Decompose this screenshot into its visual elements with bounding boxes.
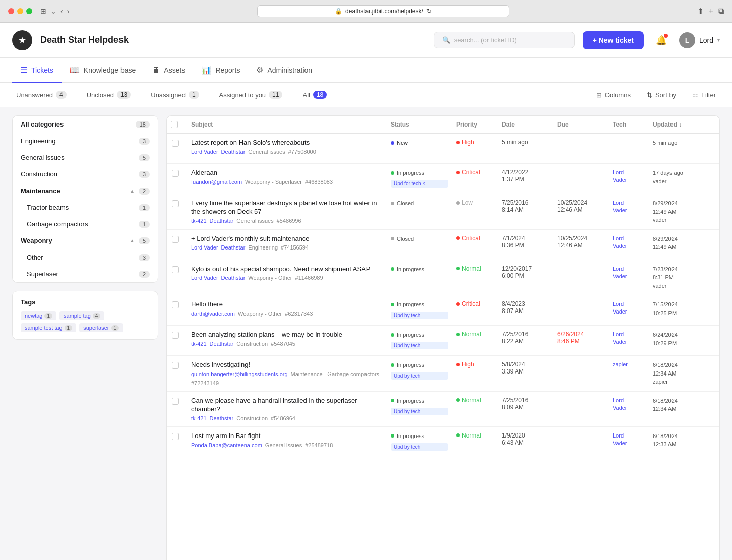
table-row[interactable]: Hello there darth@vader.com Weaponry - O… bbox=[167, 295, 719, 326]
tech-link[interactable]: LordVader bbox=[613, 331, 645, 346]
tag-newtag[interactable]: newtag 1 bbox=[21, 311, 56, 320]
back-icon[interactable]: ‹ bbox=[60, 7, 63, 15]
ticket-org-link[interactable]: Deathstar bbox=[221, 275, 246, 281]
ticket-user-link[interactable]: tk-421 bbox=[191, 218, 207, 224]
tech-link[interactable]: LordVader bbox=[613, 300, 645, 316]
tech-link[interactable]: LordVader bbox=[613, 265, 645, 281]
minimize-dot[interactable] bbox=[17, 8, 23, 14]
filter-assigned[interactable]: Assigned to you 11 bbox=[215, 89, 287, 101]
ticket-user-link[interactable]: Lord Vader bbox=[191, 244, 218, 251]
table-row[interactable]: Lost my arm in Bar fight Ponda.Baba@cant… bbox=[167, 427, 719, 457]
tab-reports[interactable]: 📊 Reports bbox=[193, 58, 248, 83]
filter-all[interactable]: All 18 bbox=[298, 89, 331, 101]
sidebar-all-categories[interactable]: All categories 18 bbox=[13, 116, 158, 133]
tech-link[interactable]: LordVader bbox=[613, 199, 645, 215]
columns-button[interactable]: ⊞ Columns bbox=[592, 89, 635, 101]
filter-unclosed[interactable]: Unclosed 13 bbox=[83, 89, 135, 101]
maximize-dot[interactable] bbox=[26, 8, 32, 14]
table-row[interactable]: Every time the superlaser destroys a pla… bbox=[167, 194, 719, 230]
tag-superlaser[interactable]: superlaser 1 bbox=[79, 323, 123, 332]
ticket-subject[interactable]: Alderaan bbox=[191, 169, 381, 177]
table-row[interactable]: Been analyzing station plans – we may be… bbox=[167, 326, 719, 356]
tabs-icon[interactable]: ⧉ bbox=[718, 7, 724, 16]
ticket-user-link[interactable]: tk-421 bbox=[191, 415, 207, 421]
sidebar-item-construction[interactable]: Construction 3 bbox=[13, 166, 158, 182]
tech-link[interactable]: LordVader bbox=[613, 169, 645, 184]
ticket-subject[interactable]: Kylo is out of his special shampoo. Need… bbox=[191, 265, 381, 274]
tab-assets[interactable]: 🖥 Assets bbox=[144, 58, 193, 83]
tab-administration[interactable]: ⚙ Administration bbox=[248, 58, 320, 83]
table-row[interactable]: + Lord Vader's monthly suit maintenance … bbox=[167, 230, 719, 260]
sidebar-item-maintenance[interactable]: Maintenance ▲ 2 bbox=[13, 182, 158, 199]
ticket-user-link[interactable]: fuandon@gmail.com bbox=[191, 179, 242, 185]
user-menu[interactable]: L Lord ▾ bbox=[679, 32, 720, 48]
ticket-user-link[interactable]: Ponda.Baba@canteena.com bbox=[191, 442, 262, 448]
tech-link[interactable]: LordVader bbox=[613, 235, 645, 251]
ticket-org-link[interactable]: Deathstar bbox=[210, 415, 234, 421]
table-row[interactable]: Kylo is out of his special shampoo. Need… bbox=[167, 260, 719, 296]
ticket-subject[interactable]: + Lord Vader's monthly suit maintenance bbox=[191, 235, 381, 243]
sidebar-item-general[interactable]: General issues 5 bbox=[13, 149, 158, 166]
tech-link[interactable]: LordVader bbox=[613, 397, 645, 412]
table-row[interactable]: Needs investigating! quinton.bangerter@b… bbox=[167, 356, 719, 392]
tab-tickets[interactable]: ☰ Tickets bbox=[12, 58, 62, 83]
add-tab-icon[interactable]: + bbox=[709, 7, 713, 16]
tab-knowledge-base[interactable]: 📖 Knowledge base bbox=[62, 58, 144, 83]
ticket-user-link[interactable]: quinton.bangerter@billingsstudents.org bbox=[191, 371, 288, 377]
ticket-checkbox[interactable] bbox=[172, 200, 179, 207]
sidebar-toggle-icon[interactable]: ⊞ bbox=[40, 7, 46, 15]
ticket-subject[interactable]: Been analyzing station plans – we may be… bbox=[191, 331, 381, 339]
header-updated[interactable]: Updated ↓ bbox=[649, 121, 719, 128]
filter-button[interactable]: ⚏ Filter bbox=[688, 89, 720, 101]
ticket-checkbox[interactable] bbox=[172, 236, 179, 243]
ticket-checkbox[interactable] bbox=[172, 170, 179, 177]
sort-by-button[interactable]: ⇅ Sort by bbox=[643, 89, 680, 101]
filter-unanswered[interactable]: Unanswered 4 bbox=[12, 89, 71, 101]
tech-link[interactable]: zapier bbox=[613, 361, 645, 368]
tech-link[interactable]: LordVader bbox=[613, 432, 645, 448]
sidebar-item-garbage[interactable]: Garbage compactors 1 bbox=[13, 216, 158, 232]
ticket-subject[interactable]: Can we please have a handrail installed … bbox=[191, 397, 381, 414]
ticket-checkbox[interactable] bbox=[172, 398, 179, 405]
table-row[interactable]: Latest report on Han Solo's whereabouts … bbox=[167, 134, 719, 164]
ticket-subject[interactable]: Latest report on Han Solo's whereabouts bbox=[191, 139, 381, 147]
new-ticket-button[interactable]: + New ticket bbox=[583, 31, 644, 49]
ticket-checkbox[interactable] bbox=[172, 332, 179, 339]
ticket-subject[interactable]: Needs investigating! bbox=[191, 361, 381, 369]
chevron-down-icon[interactable]: ⌄ bbox=[50, 7, 56, 15]
close-dot[interactable] bbox=[8, 8, 14, 14]
tag-sample[interactable]: sample tag 4 bbox=[59, 311, 104, 320]
select-all-checkbox[interactable] bbox=[171, 121, 178, 128]
table-row[interactable]: Can we please have a handrail installed … bbox=[167, 392, 719, 427]
ticket-user-link[interactable]: Lord Vader bbox=[191, 149, 218, 155]
ticket-org-link[interactable]: Deathstar bbox=[210, 218, 234, 224]
ticket-checkbox[interactable] bbox=[172, 362, 179, 369]
ticket-subject[interactable]: Every time the superlaser destroys a pla… bbox=[191, 199, 381, 216]
ticket-user-link[interactable]: Lord Vader bbox=[191, 275, 218, 281]
ticket-user-link[interactable]: darth@vader.com bbox=[191, 310, 235, 317]
sidebar-item-engineering[interactable]: Engineering 3 bbox=[13, 133, 158, 149]
ticket-subject[interactable]: Lost my arm in Bar fight bbox=[191, 432, 381, 441]
refresh-icon[interactable]: ↻ bbox=[426, 8, 432, 15]
share-icon[interactable]: ⬆ bbox=[697, 7, 704, 16]
forward-icon[interactable]: › bbox=[67, 7, 70, 15]
sidebar-item-tractor-beams[interactable]: Tractor beams 1 bbox=[13, 199, 158, 216]
ticket-checkbox[interactable] bbox=[172, 301, 179, 308]
sidebar-item-weaponry[interactable]: Weaponry ▲ 5 bbox=[13, 232, 158, 249]
filter-unassigned[interactable]: Unassigned 1 bbox=[147, 89, 203, 101]
ticket-org-link[interactable]: Deathstar bbox=[221, 149, 246, 155]
url-bar[interactable]: 🔒 deathstar.jitbit.com/helpdesk/ ↻ bbox=[257, 5, 509, 17]
ticket-checkbox[interactable] bbox=[172, 140, 179, 147]
bell-button[interactable]: 🔔 bbox=[656, 35, 667, 46]
sidebar-item-other[interactable]: Other 3 bbox=[13, 249, 158, 266]
ticket-checkbox[interactable] bbox=[172, 433, 179, 440]
ticket-user-link[interactable]: tk-421 bbox=[191, 341, 207, 347]
tag-sample-test[interactable]: sample test tag 1 bbox=[21, 323, 76, 332]
ticket-org-link[interactable]: Deathstar bbox=[210, 341, 234, 347]
sidebar-item-superlaser[interactable]: Superlaser 2 bbox=[13, 266, 158, 282]
ticket-checkbox[interactable] bbox=[172, 266, 179, 273]
search-bar[interactable]: 🔍 search... (or ticket ID) bbox=[434, 32, 575, 48]
ticket-subject[interactable]: Hello there bbox=[191, 300, 381, 309]
ticket-org-link[interactable]: Deathstar bbox=[221, 244, 246, 251]
table-row[interactable]: Alderaan fuandon@gmail.com Weaponry - Su… bbox=[167, 164, 719, 194]
